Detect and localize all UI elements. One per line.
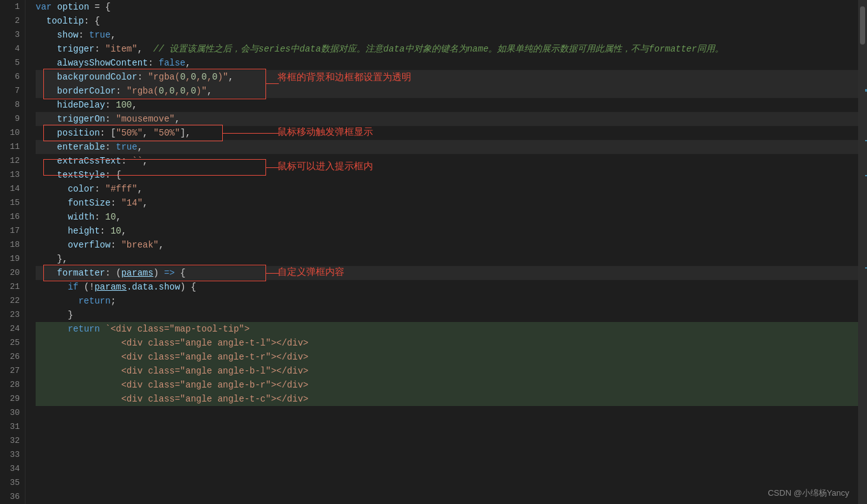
scrollbar-thumb[interactable]: [860, 6, 865, 45]
code-line-17: ______height: 10,: [36, 224, 858, 238]
kw-var: var: [36, 0, 52, 14]
line-num-34: 34: [0, 462, 20, 476]
line-num-8: 8: [0, 98, 20, 112]
code-line-13: ____textStyle: {: [36, 168, 858, 182]
line-num-31: 31: [0, 420, 20, 434]
line-num-13: 13: [0, 168, 20, 182]
code-line-10: ____position: ["50%", "50%"],: [36, 126, 858, 140]
code-line-16: ______width: 10,: [36, 210, 858, 224]
code-line-25: ________________<div class="angle angle-…: [36, 336, 858, 350]
line-num-27: 27: [0, 364, 20, 378]
code-line-7: ____borderColor: "rgba(0,0,0,0)",: [36, 84, 858, 98]
code-line-19: ____},: [36, 252, 858, 266]
code-line-2: __tooltip: {: [36, 14, 858, 28]
code-line-24: ______return `<div class="map-tool-tip">: [36, 322, 858, 336]
code-line-5: ____alwaysShowContent: false,: [36, 56, 858, 70]
line-num-15: 15: [0, 196, 20, 210]
code-line-27: ________________<div class="angle angle-…: [36, 364, 858, 378]
line-num-19: 19: [0, 252, 20, 266]
line-num-25: 25: [0, 336, 20, 350]
line-num-2: 2: [0, 14, 20, 28]
line-num-9: 9: [0, 112, 20, 126]
line-numbers: 1 2 3 4 5 6 7 8 9 10 11 12 13 14 15 16 1…: [0, 0, 25, 504]
annotation-text-1: 将框的背景和边框都设置为透明: [278, 71, 411, 83]
line-num-4: 4: [0, 42, 20, 56]
line-num-36: 36: [0, 490, 20, 504]
code-line-4: ____trigger: "item", // 设置该属性之后，会与series…: [36, 42, 858, 56]
line-num-33: 33: [0, 448, 20, 462]
line-num-14: 14: [0, 182, 20, 196]
code-line-3: ____show: true,: [36, 28, 858, 42]
line-num-26: 26: [0, 350, 20, 364]
code-area: var option = { __tooltip: { ____show: tr…: [25, 0, 858, 504]
watermark: CSDN @小绵杨Yancy: [768, 487, 849, 499]
line-num-3: 3: [0, 28, 20, 42]
line-num-22: 22: [0, 294, 20, 308]
code-line-12: ____extraCssText: ``,: [36, 154, 858, 168]
code-line-8: ____hideDelay: 100,: [36, 98, 858, 112]
line-num-17: 17: [0, 224, 20, 238]
line-num-29: 29: [0, 392, 20, 406]
code-line-11: ____enterable: true,: [36, 140, 858, 154]
code-line-14: ______color: "#fff",: [36, 182, 858, 196]
line-num-30: 30: [0, 406, 20, 420]
line-num-16: 16: [0, 210, 20, 224]
code-line-20: ____formatter: (params) => {: [36, 266, 858, 280]
code-line-23: ______}: [36, 308, 858, 322]
code-line-15: ______fontSize: "14",: [36, 196, 858, 210]
editor-container: 1 2 3 4 5 6 7 8 9 10 11 12 13 14 15 16 1…: [0, 0, 867, 504]
line-num-32: 32: [0, 434, 20, 448]
annotation-text-4: 自定义弹框内容: [278, 266, 344, 278]
line-num-11: 11: [0, 140, 20, 154]
code-line-9: ____triggerOn: "mousemove",: [36, 112, 858, 126]
line-num-12: 12: [0, 154, 20, 168]
code-content: var option = { __tooltip: { ____show: tr…: [36, 0, 858, 406]
line-num-28: 28: [0, 378, 20, 392]
line-num-7: 7: [0, 84, 20, 98]
line-num-1: 1: [0, 0, 20, 14]
line-num-10: 10: [0, 126, 20, 140]
code-line-21: ______if (!params.data.show) {: [36, 280, 858, 294]
scrollbar[interactable]: [858, 0, 867, 504]
code-line-26: ________________<div class="angle angle-…: [36, 350, 858, 364]
annotation-text-2: 鼠标移动触发弹框显示: [278, 126, 373, 138]
line-num-23: 23: [0, 308, 20, 322]
line-num-24: 24: [0, 322, 20, 336]
code-line-22: ________return;: [36, 294, 858, 308]
code-line-6: ____backgroundColor: "rgba(0,0,0,0)",: [36, 70, 858, 84]
line-num-5: 5: [0, 56, 20, 70]
line-num-20: 20: [0, 266, 20, 280]
line-num-6: 6: [0, 70, 20, 84]
line-num-21: 21: [0, 280, 20, 294]
code-line-28: ________________<div class="angle angle-…: [36, 378, 858, 392]
code-line-29: ________________<div class="angle angle-…: [36, 392, 858, 406]
line-num-35: 35: [0, 476, 20, 490]
code-line-1: var option = {: [36, 0, 858, 14]
line-num-18: 18: [0, 238, 20, 252]
code-line-18: ______overflow: "break",: [36, 238, 858, 252]
annotation-text-3: 鼠标可以进入提示框内: [278, 160, 373, 172]
